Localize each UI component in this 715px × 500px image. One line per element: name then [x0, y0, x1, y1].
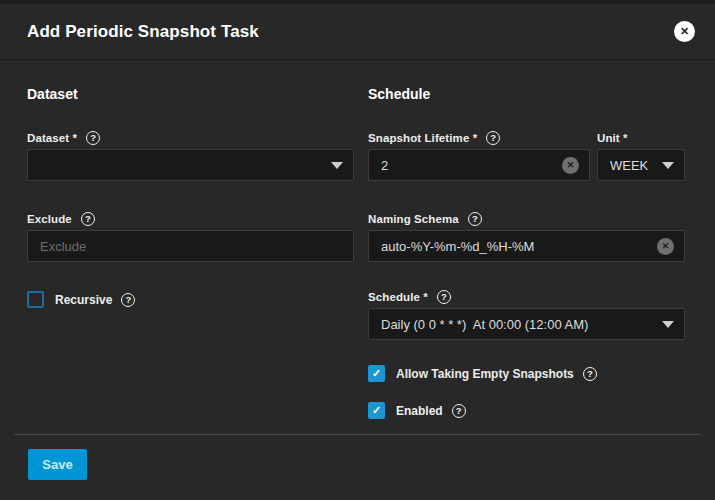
dialog-header: Add Periodic Snapshot Task ✕	[0, 4, 715, 60]
allow-empty-snapshots-checkbox[interactable]: ✓ Allow Taking Empty Snapshots ?	[368, 365, 685, 382]
unit-field-group: Unit * WEEK	[597, 130, 685, 181]
naming-schema-field-group: Naming Schema ? ✕	[368, 211, 685, 262]
dialog-body: Dataset Dataset * ? Exclude ?	[0, 60, 715, 419]
help-icon[interactable]: ?	[486, 131, 500, 145]
lifetime-field-group: Snapshot Lifetime * ? ✕	[368, 130, 590, 181]
add-periodic-snapshot-task-dialog: Add Periodic Snapshot Task ✕ Dataset Dat…	[0, 0, 715, 500]
help-icon[interactable]: ?	[81, 212, 95, 226]
schedule-select[interactable]: Daily (0 0 * * *) At 00:00 (12:00 AM)	[368, 308, 685, 340]
footer-divider	[14, 434, 701, 435]
chevron-down-icon	[331, 162, 343, 169]
snapshot-lifetime-input[interactable]	[381, 158, 562, 173]
help-icon[interactable]: ?	[452, 404, 466, 418]
lifetime-unit-row: Snapshot Lifetime * ? ✕ Unit * WEEK	[368, 130, 685, 181]
recursive-checkbox[interactable]: Recursive ?	[27, 291, 354, 308]
dialog-footer: Save	[0, 434, 715, 500]
exclude-input[interactable]	[40, 239, 343, 254]
lifetime-field-box: ✕	[368, 149, 590, 181]
dataset-select[interactable]	[27, 149, 354, 181]
save-button[interactable]: Save	[28, 449, 87, 480]
help-icon[interactable]: ?	[121, 293, 135, 307]
clear-icon[interactable]: ✕	[657, 238, 674, 255]
snapshot-lifetime-label: Snapshot Lifetime *	[368, 132, 477, 144]
help-icon[interactable]: ?	[468, 212, 482, 226]
help-icon[interactable]: ?	[437, 290, 451, 304]
schedule-select-value: Daily (0 0 * * *) At 00:00 (12:00 AM)	[381, 317, 654, 332]
close-icon[interactable]: ✕	[674, 21, 695, 42]
dataset-field-group: Dataset * ?	[27, 130, 354, 181]
unit-select-value: WEEK	[610, 158, 654, 173]
naming-schema-input[interactable]	[381, 239, 657, 254]
exclude-label: Exclude	[27, 213, 72, 225]
clear-icon[interactable]: ✕	[562, 157, 579, 174]
dataset-column: Dataset Dataset * ? Exclude ?	[27, 60, 354, 419]
dialog-title: Add Periodic Snapshot Task	[27, 22, 259, 42]
enabled-checkbox[interactable]: ✓ Enabled ?	[368, 402, 685, 419]
exclude-field-group: Exclude ?	[27, 211, 354, 262]
schedule-field-group: Schedule * ? Daily (0 0 * * *) At 00:00 …	[368, 289, 685, 340]
checkbox-checked-icon: ✓	[368, 402, 385, 419]
unit-select[interactable]: WEEK	[597, 149, 685, 181]
help-icon[interactable]: ?	[86, 131, 100, 145]
allow-empty-snapshots-label: Allow Taking Empty Snapshots	[396, 367, 574, 381]
checkbox-checked-icon: ✓	[368, 365, 385, 382]
recursive-label: Recursive	[55, 293, 112, 307]
naming-schema-label: Naming Schema	[368, 213, 459, 225]
checkbox-unchecked-icon	[27, 291, 44, 308]
schedule-section-heading: Schedule	[368, 86, 685, 103]
dataset-section-heading: Dataset	[27, 86, 354, 103]
schedule-column: Schedule Snapshot Lifetime * ? ✕ Unit *	[368, 60, 685, 419]
help-icon[interactable]: ?	[583, 367, 597, 381]
schedule-label: Schedule *	[368, 291, 428, 303]
enabled-label: Enabled	[396, 404, 443, 418]
chevron-down-icon	[662, 162, 674, 169]
chevron-down-icon	[662, 321, 674, 328]
dataset-label: Dataset *	[27, 132, 77, 144]
unit-label: Unit *	[597, 132, 628, 144]
naming-schema-field-box: ✕	[368, 230, 685, 262]
exclude-field-box	[27, 230, 354, 262]
